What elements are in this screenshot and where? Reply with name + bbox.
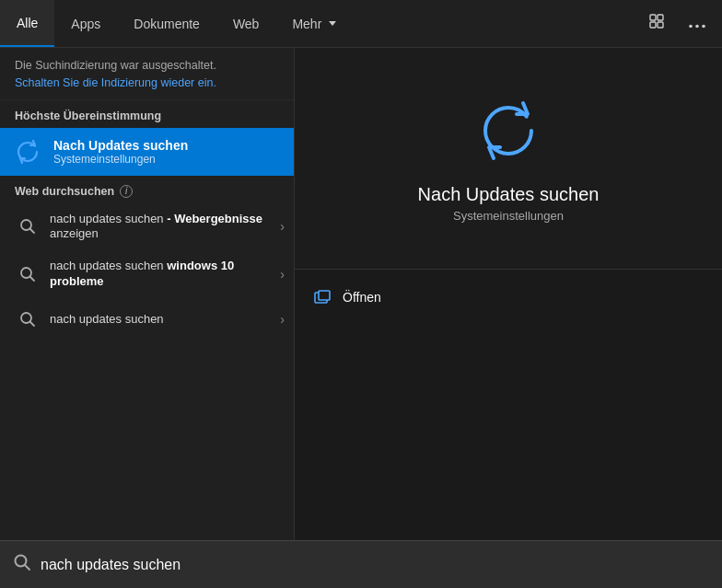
update-sync-icon [11,135,44,168]
result-text-2: nach updates suchen [50,312,274,328]
tab-alle-label: Alle [17,16,38,30]
update-large-icon [472,94,545,167]
search-icon-1 [15,261,41,287]
result-text-0: nach updates suchen - Webergebnisseanzei… [50,212,274,243]
index-warning-link[interactable]: Schalten Sie die Indizierung wieder ein. [15,76,216,89]
web-section-header: Web durchsuchen i [0,176,294,203]
tab-mehr-label: Mehr [292,17,321,31]
search-result-item-0[interactable]: nach updates suchen - Webergebnisseanzei… [0,203,294,251]
tab-apps[interactable]: Apps [54,0,117,47]
svg-rect-14 [319,291,330,300]
right-actions: Öffnen [295,270,722,325]
left-panel: Die Suchindizierung war ausgeschaltet. S… [0,48,295,588]
search-icon-0 [15,213,41,239]
result-arrow-1: › [274,267,285,282]
best-match-sub: Systemeinstellungen [53,153,188,166]
svg-point-5 [695,25,699,29]
best-match-title: Nach Updates suchen [53,138,188,153]
tab-dokumente[interactable]: Dokumente [117,0,216,47]
svg-point-4 [689,25,693,29]
index-warning-text: Die Suchindizierung war ausgeschaltet. [15,59,216,72]
right-subtitle: Systemeinstellungen [453,209,564,223]
web-section-label: Web durchsuchen [15,185,114,198]
search-result-item-2[interactable]: nach updates suchen › [0,298,294,340]
result-arrow-2: › [274,312,285,327]
result-text-1: nach updates suchen windows 10probleme [50,259,274,290]
action-open-label: Öffnen [343,290,381,305]
search-icon-2 [15,306,41,332]
right-top-section: Nach Updates suchen Systemeinstellungen [295,48,722,269]
chevron-down-icon [329,21,336,26]
tab-mehr[interactable]: Mehr [275,0,353,47]
svg-line-10 [30,277,35,282]
svg-line-12 [30,322,35,327]
best-match-header: Höchste Übereinstimmung [0,100,294,128]
main-layout: Die Suchindizierung war ausgeschaltet. S… [0,48,722,588]
bottom-search-bar [0,540,722,588]
action-open[interactable]: Öffnen [313,284,704,310]
tab-web[interactable]: Web [216,0,276,47]
svg-line-16 [25,565,29,570]
info-icon[interactable]: i [120,185,133,198]
result-arrow-0: › [274,219,285,234]
more-options-icon-btn[interactable] [681,8,713,39]
svg-rect-1 [658,15,663,20]
top-nav-bar: Alle Apps Dokumente Web Mehr [0,0,722,48]
person-icon-btn[interactable] [641,7,672,40]
best-match-text: Nach Updates suchen Systemeinstellungen [53,138,188,166]
tab-alle[interactable]: Alle [0,0,54,47]
open-window-icon [313,288,332,306]
svg-rect-3 [658,22,663,28]
tab-apps-label: Apps [71,17,100,31]
svg-rect-0 [650,15,656,20]
svg-point-6 [702,25,705,29]
tab-web-label: Web [233,17,260,31]
search-bar-icon [13,553,31,576]
index-warning: Die Suchindizierung war ausgeschaltet. S… [0,48,294,100]
nav-right-icons [641,0,722,47]
best-match-item[interactable]: Nach Updates suchen Systemeinstellungen [0,128,294,176]
search-input[interactable] [41,557,709,573]
svg-rect-2 [650,22,656,28]
search-result-item-1[interactable]: nach updates suchen windows 10probleme › [0,250,294,298]
svg-line-8 [30,229,35,234]
right-panel: Nach Updates suchen Systemeinstellungen … [295,48,722,588]
right-title: Nach Updates suchen [418,184,600,205]
tab-dokumente-label: Dokumente [134,17,200,31]
